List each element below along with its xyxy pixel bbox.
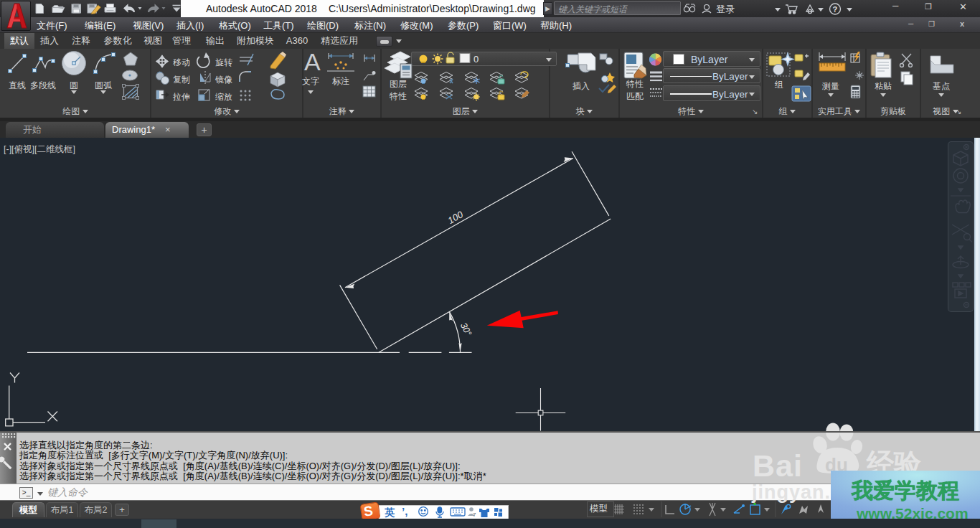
svg-text:7: 7 (473, 512, 476, 518)
svg-text:30°: 30° (458, 321, 473, 337)
svg-text:A: A (304, 49, 321, 75)
svg-text:登录: 登录 (716, 4, 735, 14)
svg-text:100: 100 (446, 209, 466, 226)
svg-text:?: ? (833, 5, 838, 14)
